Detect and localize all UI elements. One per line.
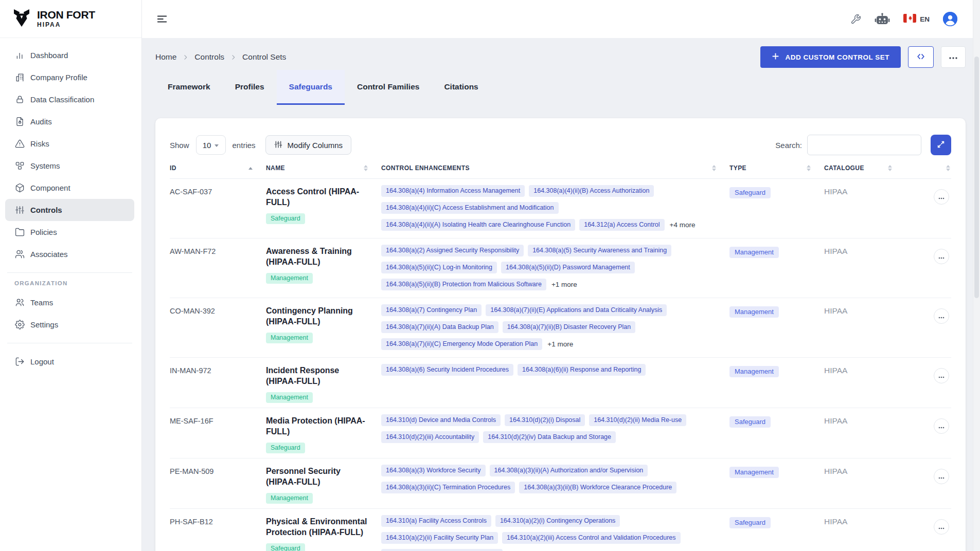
scrollbar[interactable] [973,0,980,551]
row-name-link[interactable]: Awareness & Training (HIPAA-FULL) [266,246,369,267]
sidebar-item-policies[interactable]: Policies [5,221,134,243]
column-header-actions[interactable] [905,164,951,172]
row-type-badge: Management [729,467,779,478]
sidebar-item-systems[interactable]: Systems [5,155,134,177]
sidebar-item-associates[interactable]: Associates [5,243,134,265]
sidebar-item-logout[interactable]: Logout [5,351,134,373]
enhancement-chip[interactable]: 164.308(a)(5) Security Awareness and Tra… [528,245,671,256]
enhancement-chip[interactable]: 164.308(a)(7)(ii)(C) Emergency Mode Oper… [381,338,542,350]
enhancement-chip[interactable]: 164.310(a) Facility Access Controls [381,515,491,527]
row-actions-button[interactable] [934,418,949,434]
add-custom-control-set-button[interactable]: ADD CUSTOM CONTROL SET [760,46,901,68]
sidebar-item-risks[interactable]: Risks [5,133,134,155]
wrench-icon[interactable] [850,14,861,25]
sidebar-item-controls[interactable]: Controls [5,199,134,221]
chevron-right-icon [182,54,189,61]
expand-table-button[interactable] [931,135,951,155]
row-id: AW-MAN-F72 [170,238,266,298]
row-name-link[interactable]: Media Protection (HIPAA-FULL) [266,415,369,437]
row-name-badge: Safeguard [266,543,305,551]
enhancement-chip[interactable]: 164.308(a)(3)(ii)(C) Termination Procedu… [381,482,515,493]
row-name-link[interactable]: Incident Response (HIPAA-FULL) [266,365,369,387]
enhancement-chip[interactable]: 164.310(a)(2)(i) Contingency Operations [495,515,620,527]
row-actions-button[interactable] [934,469,949,484]
enhancement-chip[interactable]: 164.308(a)(2) Assigned Security Responsi… [381,245,524,256]
more-enhancements-label[interactable]: +1 more [551,281,577,288]
enhancement-chip[interactable]: 164.308(a)(7)(ii)(E) Applications and Da… [486,304,667,316]
sidebar-item-data-classification[interactable]: Data Classification [5,88,134,111]
enhancement-chip[interactable]: 164.308(a)(7)(ii)(B) Disaster Recovery P… [503,321,635,333]
enhancement-chip[interactable]: 164.310(a)(2)(iii) Access Control and Va… [502,532,680,544]
column-header-id[interactable]: ID [170,164,266,172]
enhancement-chip[interactable]: 164.310(d) Device and Media Controls [381,414,501,426]
more-actions-button[interactable] [941,46,966,68]
enhancement-chip[interactable]: 164.310(a)(2)(ii) Facility Security Plan [381,532,498,544]
enhancement-chip[interactable]: 164.308(a)(4)(ii)(A) Isolating Health ca… [381,219,575,231]
row-actions-button[interactable] [934,519,949,535]
enhancement-chip[interactable]: 164.310(d)(2)(iii) Accountability [381,431,479,443]
user-avatar[interactable] [943,12,957,26]
enhancement-chip[interactable]: 164.308(a)(4) Information Access Managem… [381,185,525,197]
more-enhancements-label[interactable]: +1 more [547,340,573,348]
cubes-icon [14,161,25,171]
column-header-control-enhancements[interactable]: CONTROL ENHANCEMENTS [381,164,729,172]
row-name-link[interactable]: Physical & Environmental Protection (HIP… [266,516,369,538]
add-button-label: ADD CUSTOM CONTROL SET [785,53,889,61]
row-name-link[interactable]: Contingency Planning (HIPAA-FULL) [266,305,369,327]
breadcrumb-controls[interactable]: Controls [194,52,224,62]
enhancement-chip[interactable]: 164.312(a) Access Control [579,219,664,231]
tab-citations[interactable]: Citations [432,70,490,105]
row-actions-button[interactable] [934,249,949,264]
language-selector[interactable]: EN [903,14,930,24]
enhancement-chip[interactable]: 164.308(a)(3)(ii)(B) Workforce Clearance… [519,482,676,493]
row-name-link[interactable]: Personnel Security (HIPAA-FULL) [266,466,369,487]
row-actions-button[interactable] [934,368,949,383]
enhancement-chip[interactable]: 164.308(a)(3) Workforce Security [381,465,486,476]
column-header-catalogue[interactable]: CATALOGUE [824,164,905,172]
tab-control-families[interactable]: Control Families [345,70,432,105]
enhancement-chip[interactable]: 164.310(d)(2)(ii) Media Re-use [589,414,686,426]
brand[interactable]: IRON FORT HIPAA [0,0,141,38]
tab-profiles[interactable]: Profiles [223,70,277,105]
column-header-type[interactable]: TYPE [729,164,824,172]
sidebar-item-settings[interactable]: Settings [5,314,134,336]
enhancement-chip[interactable]: 164.308(a)(4)(ii)(B) Access Authorizatio… [529,185,654,197]
ellipsis-icon [938,193,945,201]
scrollbar-thumb[interactable] [974,57,979,298]
search-input[interactable] [807,135,921,155]
robot-icon[interactable] [875,12,890,26]
enhancement-chip[interactable]: 164.308(a)(7)(ii)(A) Data Backup Plan [381,321,498,333]
tab-framework[interactable]: Framework [155,70,223,105]
enhancement-chip[interactable]: 164.308(a)(6)(ii) Response and Reporting [518,364,646,376]
sidebar-item-component[interactable]: Component [5,177,134,199]
code-view-button[interactable] [908,46,934,68]
page-size-select[interactable]: 10 [196,135,226,155]
enhancement-chip[interactable]: 164.308(a)(5)(ii)(D) Password Management [501,262,635,273]
sidebar-item-audits[interactable]: Audits [5,111,134,133]
row-actions-button[interactable] [934,189,949,205]
breadcrumb-home[interactable]: Home [155,52,176,62]
menu-toggle-button[interactable] [156,13,168,25]
enhancement-chip[interactable]: 164.310(d)(2)(i) Disposal [505,414,585,426]
row-actions-button[interactable] [934,308,949,324]
row-name-badge: Safeguard [266,443,305,453]
enhancement-chip[interactable]: 164.308(a)(5)(ii)(C) Log-in Monitoring [381,262,497,273]
enhancement-chip[interactable]: 164.308(a)(6) Security Incident Procedur… [381,364,513,376]
enhancement-chip[interactable]: 164.308(a)(7) Contingency Plan [381,304,482,316]
sidebar-item-company-profile[interactable]: Company Profile [5,66,134,88]
modify-columns-button[interactable]: Modify Columns [265,135,352,155]
table-header: ID NAME CONTROL ENHANCEMENTS TYPE [170,164,951,179]
column-header-name[interactable]: NAME [266,164,381,172]
enhancement-chip[interactable]: 164.308(a)(3)(ii)(A) Authorization and/o… [490,465,648,476]
enhancement-chip[interactable]: 164.308(a)(5)(ii)(B) Protection from Mal… [381,279,546,290]
enhancement-chip[interactable]: 164.310(a)(2)(iv) Maintenance Records [381,549,503,551]
more-enhancements-label[interactable]: +4 more [670,221,696,229]
enhancement-chip[interactable]: 164.308(a)(4)(ii)(C) Access Establishmen… [381,202,559,214]
sidebar-item-teams[interactable]: Teams [5,291,134,314]
ellipsis-icon [938,372,945,380]
row-name-link[interactable]: Access Control (HIPAA-FULL) [266,186,369,208]
page-actions: ADD CUSTOM CONTROL SET [760,46,966,68]
sidebar-item-dashboard[interactable]: Dashboard [5,44,134,66]
enhancement-chip[interactable]: 164.310(d)(2)(iv) Data Backup and Storag… [483,431,616,443]
tab-safeguards[interactable]: Safeguards [277,70,345,105]
